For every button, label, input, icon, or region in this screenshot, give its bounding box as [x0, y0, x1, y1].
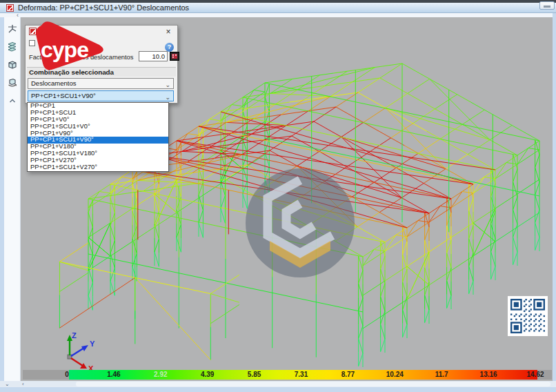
scale-factor-label: Factor de escala dos deslocamentos	[29, 54, 138, 61]
app-window: Deformada: PP+CP1+SCU1+V90° Deslocamento…	[0, 0, 556, 392]
scrollbar-track[interactable]	[76, 382, 550, 386]
legend-value: 7.31	[295, 371, 308, 378]
orbit-cube-icon[interactable]	[6, 77, 18, 88]
left-toolbar	[4, 17, 21, 381]
axes-gizmo: Z Y X	[41, 331, 103, 373]
layers-icon[interactable]	[6, 41, 18, 52]
chevron-down-icon: ⌄	[165, 92, 170, 102]
deformada-dialog: × V ? Factor de escala dos deslocamentos…	[25, 25, 178, 104]
close-icon[interactable]: ×	[163, 27, 173, 37]
legend-value: 10.24	[386, 371, 404, 378]
chevron-left-icon[interactable]: ‹	[22, 381, 24, 387]
legend-value: 1.46	[107, 371, 120, 378]
legend-value: 2.92	[154, 371, 167, 378]
legend-value: 8.77	[341, 371, 355, 378]
calculator-icon[interactable]	[170, 51, 179, 63]
axis-tool-icon[interactable]	[6, 23, 18, 35]
minimize-button[interactable]	[539, 1, 555, 10]
legend-value: 11.7	[435, 371, 448, 378]
axis-z-label: Z	[72, 331, 77, 340]
window-bottom-border	[0, 387, 556, 392]
color-scale-legend: 01.462.924.395.857.318.7710.2411.713.161…	[23, 370, 552, 380]
legend-value: 5.85	[248, 371, 261, 378]
combination-combobox[interactable]: PP+CP1+SCU1+V90° ⌄	[28, 90, 174, 101]
view-mode-dropdown[interactable]: Deslocamentos ⌄	[28, 78, 174, 89]
combination-listbox: PP+CP1PP+CP1+SCU1PP+CP1+V0°PP+CP1+SCU1+V…	[27, 102, 169, 172]
combination-value: PP+CP1+SCU1+V90°	[31, 92, 96, 99]
view-mode-value: Deslocamentos	[31, 79, 76, 87]
legend-value: 4.39	[201, 371, 214, 378]
combination-option[interactable]: PP+CP1+SCU1+V270°	[28, 164, 168, 171]
chevron-up-icon[interactable]	[6, 95, 18, 106]
scale-factor-input[interactable]: 10.0	[139, 51, 168, 61]
window-right-border	[553, 13, 556, 386]
chevron-down-icon[interactable]: ⌄	[5, 381, 10, 387]
chevron-down-icon: ⌄	[165, 80, 170, 90]
checkbox[interactable]	[29, 40, 35, 46]
axis-y-label: Y	[90, 340, 95, 348]
cube-view-icon[interactable]	[6, 59, 18, 70]
title-bar[interactable]: Deformada: PP+CP1+SCU1+V90° Deslocamento…	[0, 3, 556, 13]
window-title: Deformada: PP+CP1+SCU1+V90° Deslocamento…	[18, 3, 189, 12]
checkbox-label: V	[38, 39, 42, 47]
qr-code	[508, 296, 548, 336]
combination-section-header: Combinação seleccionada	[27, 67, 176, 77]
legend-value: 13.16	[480, 371, 497, 378]
dialog-icon	[29, 28, 37, 35]
legend-value: 0	[65, 371, 69, 378]
legend-value: 14.62	[526, 371, 544, 378]
horizontal-scrollbar[interactable]: ⌄ ‹	[0, 381, 556, 387]
app-icon	[6, 4, 14, 12]
dialog-title-bar[interactable]: ×	[26, 26, 177, 37]
